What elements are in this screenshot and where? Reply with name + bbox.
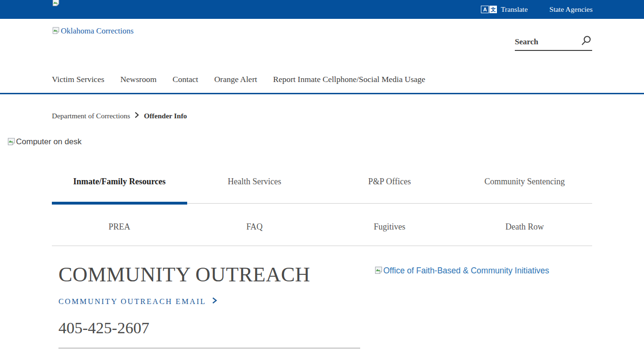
search-icon[interactable]: [580, 35, 592, 49]
tab-row-primary: Inmate/Family Resources Health Services …: [52, 176, 592, 204]
chevron-right-icon: [134, 112, 140, 120]
breadcrumb-current: Offender Info: [144, 112, 187, 120]
logo-alt-text: Oklahoma Corrections: [61, 26, 133, 36]
broken-image-icon: [374, 266, 383, 277]
breadcrumb: Department of Corrections Offender Info: [52, 112, 187, 120]
state-agencies-label: State Agencies: [549, 5, 593, 14]
tab-health-services[interactable]: Health Services: [187, 176, 322, 203]
breadcrumb-parent-link[interactable]: Department of Corrections: [52, 112, 130, 120]
tab-faq[interactable]: FAQ: [187, 204, 322, 246]
broken-image-icon: [7, 137, 16, 148]
community-outreach-email-link[interactable]: COMMUNITY OUTREACH EMAIL: [58, 297, 360, 306]
topbar: A 文 Translate State Agencies: [0, 0, 644, 19]
faith-based-image-alt-text: Office of Faith-Based & Community Initia…: [383, 266, 549, 276]
main-nav: Victim Services Newsroom Contact Orange …: [52, 74, 425, 84]
section-tabs: Inmate/Family Resources Health Services …: [52, 176, 592, 246]
tab-community-sentencing[interactable]: Community Sentencing: [457, 176, 593, 203]
tab-inmate-family-resources[interactable]: Inmate/Family Resources: [52, 176, 187, 203]
content-right-column: Office of Faith-Based & Community Initia…: [374, 263, 549, 348]
nav-item-newsroom[interactable]: Newsroom: [120, 74, 157, 84]
tab-prea[interactable]: PREA: [52, 204, 187, 246]
faith-based-image-link[interactable]: Office of Faith-Based & Community Initia…: [374, 266, 549, 277]
nav-item-orange-alert[interactable]: Orange Alert: [214, 74, 257, 84]
nav-item-contact[interactable]: Contact: [173, 74, 198, 84]
chevron-right-icon: [212, 297, 217, 306]
broken-image-icon[interactable]: [52, 0, 60, 8]
state-agencies-link[interactable]: State Agencies: [549, 5, 593, 14]
translate-icon: A 文: [481, 6, 497, 13]
translate-label: Translate: [501, 5, 528, 14]
tab-fugitives[interactable]: Fugitives: [322, 204, 457, 246]
tab-pp-offices[interactable]: P&P Offices: [322, 176, 457, 203]
hero-image-placeholder: Computer on desk: [7, 137, 82, 148]
hero-image-alt-text: Computer on desk: [16, 137, 82, 147]
divider: [58, 348, 360, 348]
broken-image-icon: [52, 26, 60, 37]
page-title: COMMUNITY OUTREACH: [58, 263, 360, 287]
content-left-column: COMMUNITY OUTREACH COMMUNITY OUTREACH EM…: [58, 263, 360, 348]
nav-item-victim-services[interactable]: Victim Services: [52, 74, 104, 84]
tab-row-secondary: PREA FAQ Fugitives Death Row: [52, 204, 592, 246]
email-link-label: COMMUNITY OUTREACH EMAIL: [58, 297, 206, 306]
logo-link[interactable]: Oklahoma Corrections: [52, 26, 133, 37]
translate-button[interactable]: A 文 Translate: [481, 5, 528, 14]
main-content: COMMUNITY OUTREACH COMMUNITY OUTREACH EM…: [58, 263, 592, 348]
search-box: [515, 34, 592, 51]
phone-number: 405-425-2607: [58, 319, 360, 337]
search-input[interactable]: [515, 37, 570, 47]
nav-item-report-cellphone[interactable]: Report Inmate Cellphone/Social Media Usa…: [273, 74, 425, 84]
tab-death-row[interactable]: Death Row: [457, 204, 593, 246]
